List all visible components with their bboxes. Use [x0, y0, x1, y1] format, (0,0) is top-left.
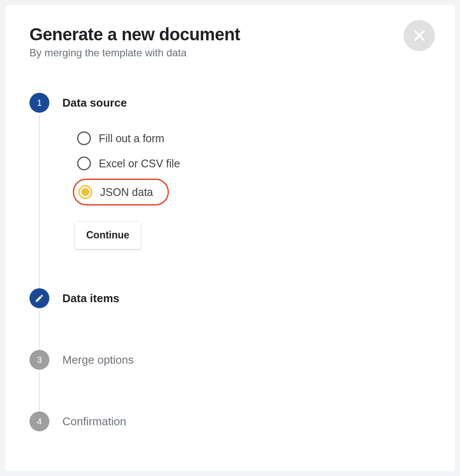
step-title-confirmation: Confirmation: [62, 411, 431, 431]
modal-header: Generate a new document By merging the t…: [29, 24, 431, 59]
radio-icon-excel: [77, 156, 91, 170]
step-title-merge-options: Merge options: [62, 350, 431, 370]
connector-1-2: [39, 262, 431, 288]
step-badge-1: 1: [29, 93, 49, 113]
modal-title: Generate a new document: [29, 24, 379, 44]
connector-3-4: [39, 372, 431, 411]
step-number-4: 4: [37, 417, 42, 427]
step-body-data-source: Fill out a form Excel or CSV file JSON d…: [39, 113, 431, 262]
step-number-1: 1: [37, 98, 42, 108]
radio-label-json: JSON data: [100, 186, 153, 199]
step-badge-4: 4: [29, 411, 49, 431]
continue-button[interactable]: Continue: [75, 221, 141, 249]
step-title-data-source: Data source: [62, 93, 431, 113]
step-badge-3: 3: [29, 350, 49, 370]
radio-option-form[interactable]: Fill out a form: [73, 126, 173, 151]
step-confirmation[interactable]: 4 Confirmation: [29, 411, 431, 431]
radio-label-excel: Excel or CSV file: [99, 157, 180, 170]
step-merge-options[interactable]: 3 Merge options: [29, 350, 431, 370]
close-icon: [412, 28, 427, 43]
stepper: 1 Data source Fill out a form Excel or C…: [29, 93, 431, 431]
step-number-3: 3: [37, 355, 42, 365]
radio-option-json[interactable]: JSON data: [73, 179, 169, 205]
modal-subtitle: By merging the template with data: [29, 47, 379, 59]
radio-label-form: Fill out a form: [99, 132, 164, 145]
generate-document-modal: Generate a new document By merging the t…: [5, 5, 455, 471]
connector-2-3: [39, 311, 431, 350]
radio-option-excel[interactable]: Excel or CSV file: [73, 151, 189, 176]
radio-icon-json: [78, 185, 92, 199]
step-data-items[interactable]: Data items: [29, 288, 431, 308]
step-badge-2: [29, 288, 49, 308]
step-data-source: 1 Data source: [29, 93, 431, 113]
step-title-data-items: Data items: [62, 288, 431, 308]
radio-dot-icon: [81, 188, 89, 196]
pencil-icon: [35, 293, 44, 303]
close-button[interactable]: [404, 20, 435, 51]
radio-icon-form: [77, 131, 91, 145]
